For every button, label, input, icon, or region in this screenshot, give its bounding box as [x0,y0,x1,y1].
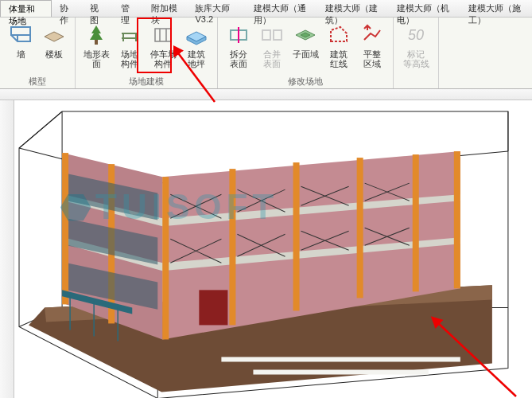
graded-button[interactable]: 平整 区域 [356,21,388,76]
label-contours-label: 标记 等高线 [403,49,429,68]
group-label-site: 场地建模 [80,76,212,88]
parking-icon [150,22,176,48]
ruler-left [0,100,14,398]
proplines-button[interactable]: 建筑 红线 [323,21,355,76]
floor-button[interactable]: 楼板 [38,21,70,76]
tab-family[interactable]: 族库大师V3.2 [187,0,245,17]
tree-icon [83,22,109,48]
floor-icon [41,22,67,48]
site-comp-button[interactable]: 场地 构件 [114,21,146,76]
tab-bm-constr[interactable]: 建模大师（施工） [460,0,532,17]
subregion-icon [293,22,318,48]
split-icon [226,22,251,48]
svg-rect-9 [293,162,300,310]
floor-label: 楼板 [45,49,63,59]
wall-button[interactable]: 墙 [5,21,37,76]
label-icon: 50 [403,22,429,48]
svg-rect-4 [274,30,282,40]
split-label: 拆分 表面 [230,49,247,68]
svg-rect-5 [221,357,460,361]
split-button[interactable]: 拆分 表面 [223,21,254,76]
tab-bm-mep[interactable]: 建模大师（机电） [389,0,460,17]
merge-label: 合并 表面 [263,49,281,68]
merge-icon [259,22,285,48]
svg-rect-11 [413,154,419,291]
ribbon-group-label: 50 标记 等高线 [394,18,439,88]
group-label-lbl [398,76,433,88]
bench-icon [117,22,142,48]
tab-bar: 体量和场地 协作 视图 管理 附加模块 族库大师V3.2 建模大师（通用） 建模… [0,0,532,18]
propline-icon [326,22,351,48]
grade-icon [359,22,385,48]
svg-rect-1 [155,29,171,41]
site-comp-label: 场地 构件 [121,49,138,68]
ribbon-group-modify: 拆分 表面 合并 表面 子面域 建筑 红线 [218,18,394,88]
pad-button[interactable]: 建筑 地坪 [181,21,212,76]
svg-rect-18 [199,290,227,325]
watermark: ⬣TUISOFT [60,186,278,227]
ribbon-group-site: 地形表面 场地 构件 停车场 构件 建筑 地坪 场地建模 [76,18,218,88]
group-label-model: 模型 [5,76,70,88]
ribbon-group-model: 墙 楼板 模型 [0,18,76,88]
subregion-button[interactable]: 子面域 [289,21,321,76]
parking-label: 停车场 构件 [150,49,177,68]
wall-icon [8,22,33,48]
svg-rect-0 [95,40,98,45]
svg-rect-12 [454,151,460,288]
svg-rect-10 [357,158,363,298]
svg-rect-3 [262,30,270,40]
pad-icon [184,22,209,48]
subregion-label: 子面域 [293,49,319,59]
svg-rect-6 [253,370,428,375]
merge-button: 合并 表面 [256,21,288,76]
graded-label: 平整 区域 [363,49,381,68]
tab-bm-general[interactable]: 建模大师（通用） [246,0,317,17]
ruler-top [0,89,532,100]
label-contours-button: 50 标记 等高线 [398,21,433,76]
wall-label: 墙 [17,49,25,59]
parking-button[interactable]: 停车场 构件 [147,21,179,76]
model-3d-view [14,100,532,398]
group-label-modify: 修改场地 [223,76,388,88]
topography-label: 地形表面 [80,49,112,68]
tab-view[interactable]: 视图 [82,0,112,17]
tab-active[interactable]: 体量和场地 [0,0,52,17]
ribbon: 墙 楼板 模型 地形表面 场地 构件 [0,18,532,89]
pad-label: 建筑 地坪 [188,49,205,68]
svg-rect-13 [62,153,68,304]
topography-button[interactable]: 地形表面 [80,21,112,76]
model-canvas[interactable]: ⬣TUISOFT [14,100,532,398]
tab-manage[interactable]: 管理 [113,0,143,17]
tab-addins[interactable]: 附加模块 [143,0,188,17]
viewport: ⬣TUISOFT [0,89,532,398]
proplines-label: 建筑 红线 [330,49,348,68]
tab-bm-arch[interactable]: 建模大师（建筑） [317,0,389,17]
tab-collab[interactable]: 协作 [52,0,82,17]
